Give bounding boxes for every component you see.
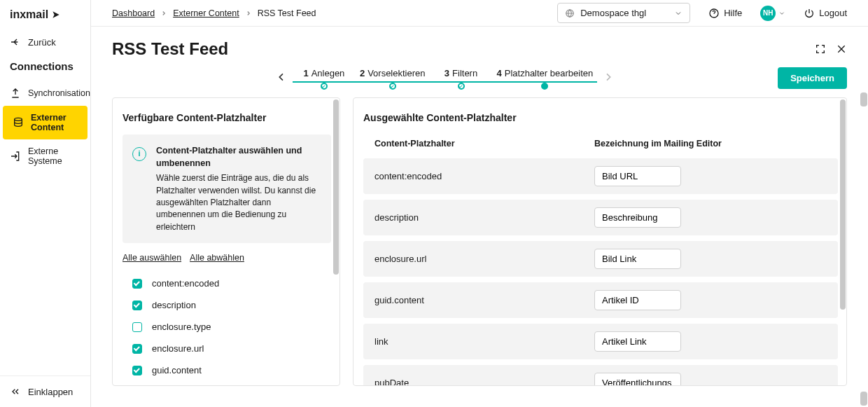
check-icon	[389, 83, 396, 90]
sidebar-item-label: Externer Content	[31, 113, 78, 132]
selected-row: guid.content	[363, 282, 838, 318]
checkbox[interactable]	[132, 301, 142, 310]
check-icon	[458, 83, 465, 90]
checkbox[interactable]	[132, 366, 142, 375]
selected-key: link	[374, 336, 594, 347]
placeholder-row: guid.isPermaLink	[122, 381, 331, 385]
upload-icon	[10, 88, 21, 99]
page-title: RSS Test Feed	[112, 39, 228, 59]
exit-icon	[10, 151, 21, 162]
placeholder-row: description	[122, 294, 331, 316]
logout-label: Logout	[819, 8, 847, 18]
brand-mark-icon	[51, 10, 61, 20]
info-icon: i	[132, 147, 146, 161]
chevron-right-icon	[160, 10, 167, 17]
breadcrumb-dashboard[interactable]: Dashboard	[112, 8, 155, 18]
checkbox[interactable]	[132, 279, 142, 289]
sidebar-item-label: Synchronisation	[28, 88, 90, 98]
chevron-right-icon	[245, 10, 252, 17]
globe-icon	[565, 8, 575, 18]
breadcrumb-external-content[interactable]: Externer Content	[173, 8, 239, 18]
power-icon	[804, 8, 815, 19]
chevron-right-icon	[603, 71, 614, 83]
chevron-down-icon	[674, 9, 682, 18]
placeholder-row: enclosure.url	[122, 338, 331, 359]
step-3[interactable]: 3Filtern	[430, 68, 493, 88]
placeholder-row: content:encoded	[122, 273, 331, 294]
check-icon	[321, 83, 328, 90]
info-body: Wähle zuerst die Einträge aus, die du al…	[156, 172, 321, 233]
placeholder-label: guid.content	[152, 365, 202, 375]
database-icon	[13, 117, 24, 128]
user-menu[interactable]: NH	[760, 6, 785, 21]
selected-title: Ausgewählte Content-Platzhalter	[363, 112, 838, 123]
info-title: Content-Platzhalter auswählen und umbene…	[156, 144, 321, 170]
info-box: i Content-Platzhalter auswählen und umbe…	[122, 134, 331, 243]
available-title: Verfügbare Content-Platzhalter	[122, 112, 331, 123]
selected-key: pubDate	[374, 378, 594, 385]
help-link[interactable]: Hilfe	[708, 8, 742, 19]
selected-key: guid.content	[374, 295, 594, 305]
chevron-left-icon	[276, 71, 287, 83]
selected-row: content:encoded	[363, 158, 838, 194]
arrow-left-icon	[10, 36, 21, 48]
avatar: NH	[760, 6, 776, 21]
selected-key: content:encoded	[374, 171, 594, 181]
label-input[interactable]	[594, 373, 681, 385]
deselect-all-link[interactable]: Alle abwählen	[190, 253, 244, 263]
selected-row: description	[363, 200, 838, 235]
step-1[interactable]: 1Anlegen	[293, 68, 356, 88]
breadcrumb-current: RSS Test Feed	[258, 8, 316, 18]
expand-icon	[815, 43, 826, 55]
fullscreen-button[interactable]	[815, 43, 826, 55]
space-selector-value: Demospace thgl	[580, 8, 668, 18]
placeholder-row: enclosure.type	[122, 316, 331, 338]
back-label: Zurück	[28, 37, 56, 48]
sidebar-collapse[interactable]: Einklappen	[0, 375, 90, 407]
close-button[interactable]	[836, 43, 847, 55]
label-input[interactable]	[594, 290, 681, 310]
step-prev[interactable]	[270, 71, 293, 85]
collapse-label: Einklappen	[28, 387, 73, 397]
selected-row: pubDate	[363, 365, 838, 385]
col-label: Bezeichnung im Mailing Editor	[594, 139, 722, 149]
placeholder-label: description	[152, 300, 196, 310]
save-button[interactable]: Speichern	[778, 67, 847, 89]
step-next[interactable]	[597, 71, 620, 85]
scrollbar[interactable]	[332, 98, 340, 385]
sidebar-item-label: Externe Systeme	[28, 146, 80, 166]
placeholder-label: enclosure.url	[152, 343, 204, 354]
label-input[interactable]	[594, 166, 681, 186]
sidebar-item-external-content[interactable]: Externer Content	[3, 106, 88, 139]
placeholder-row: guid.content	[122, 359, 331, 381]
close-icon	[836, 43, 847, 55]
logout-link[interactable]: Logout	[804, 8, 847, 19]
checkbox[interactable]	[132, 322, 142, 332]
brand-logo: inxmail	[0, 0, 90, 29]
help-label: Hilfe	[724, 8, 742, 18]
svg-point-0	[15, 118, 22, 120]
sidebar-item-external-systems[interactable]: Externe Systeme	[0, 139, 90, 173]
space-selector[interactable]: Demospace thgl	[557, 3, 690, 23]
selected-row: enclosure.url	[363, 241, 838, 277]
step-current-dot	[541, 83, 548, 90]
placeholder-label: enclosure.type	[152, 322, 211, 332]
selected-key: description	[374, 212, 594, 223]
scrollbar[interactable]	[839, 98, 846, 385]
selected-row: link	[363, 324, 838, 359]
checkbox[interactable]	[132, 344, 142, 354]
step-4[interactable]: 4Platzhalter bearbeiten	[493, 68, 598, 88]
sidebar-heading: Connections	[0, 55, 90, 81]
sidebar-item-sync[interactable]: Synchronisation	[0, 81, 90, 106]
step-2[interactable]: 2Vorselektieren	[356, 68, 430, 88]
scrollbar[interactable]	[860, 29, 868, 407]
chevrons-left-icon	[10, 386, 21, 397]
chevron-down-icon	[778, 10, 785, 17]
selected-key: enclosure.url	[374, 254, 594, 264]
label-input[interactable]	[594, 249, 681, 269]
select-all-link[interactable]: Alle auswählen	[122, 253, 181, 263]
label-input[interactable]	[594, 331, 681, 352]
label-input[interactable]	[594, 207, 681, 228]
col-placeholder: Content-Platzhalter	[374, 139, 594, 149]
back-link[interactable]: Zurück	[0, 29, 90, 55]
